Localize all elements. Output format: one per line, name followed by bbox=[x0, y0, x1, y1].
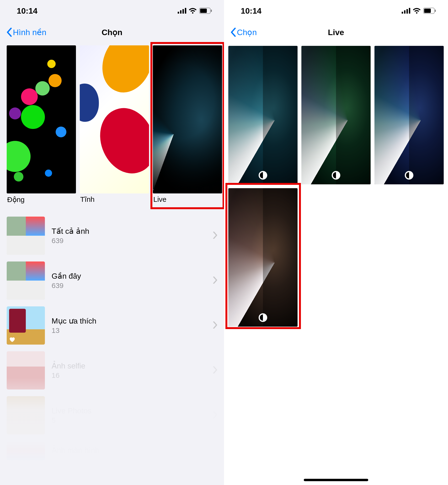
album-list: Tất cả ảnh 639 Gần đây 639 Mục ưa thích bbox=[0, 213, 224, 463]
svg-rect-6 bbox=[211, 9, 212, 12]
album-thumbnail bbox=[7, 306, 45, 345]
category-thumbnail bbox=[80, 45, 149, 193]
album-count: 13 bbox=[52, 326, 206, 334]
album-title: Mục ưa thích bbox=[52, 316, 206, 326]
phone-screen-live: 10:14 Chọn Live bbox=[224, 0, 448, 485]
category-label: Tĩnh bbox=[80, 195, 149, 203]
dark-light-appearance-icon bbox=[259, 171, 267, 180]
album-thumbnail bbox=[7, 262, 45, 300]
svg-rect-13 bbox=[435, 9, 436, 12]
wallpaper-category-row: Động Tĩnh Live bbox=[0, 43, 224, 204]
album-row-favorites[interactable]: Mục ưa thích 13 bbox=[0, 303, 224, 348]
album-thumbnail bbox=[7, 396, 45, 434]
album-row-screenshots[interactable]: Ảnh màn hình bbox=[0, 438, 224, 463]
back-button[interactable]: Chọn bbox=[231, 27, 257, 37]
album-count: 639 bbox=[52, 282, 206, 290]
status-indicators bbox=[402, 8, 436, 14]
wifi-icon bbox=[413, 8, 421, 14]
category-live[interactable]: Live bbox=[153, 45, 222, 204]
live-wallpaper-teal[interactable] bbox=[228, 46, 297, 184]
phone-screen-choose: 10:14 Hình nền Chọn bbox=[0, 0, 224, 485]
svg-rect-3 bbox=[185, 8, 186, 14]
chevron-right-icon bbox=[213, 232, 217, 240]
category-dynamic[interactable]: Động bbox=[7, 45, 76, 204]
live-wallpaper-bronze[interactable] bbox=[228, 188, 297, 327]
battery-icon bbox=[423, 8, 436, 14]
svg-rect-0 bbox=[178, 12, 179, 14]
album-row-recents[interactable]: Gần đây 639 bbox=[0, 258, 224, 303]
category-thumbnail bbox=[153, 45, 222, 193]
svg-rect-2 bbox=[183, 9, 184, 14]
album-thumbnail bbox=[7, 217, 45, 255]
chevron-right-icon bbox=[213, 277, 217, 285]
dark-light-appearance-icon bbox=[405, 171, 413, 180]
album-title: Tất cả ảnh bbox=[52, 227, 206, 236]
status-bar: 10:14 bbox=[224, 0, 448, 22]
status-time: 10:14 bbox=[17, 6, 38, 16]
live-wallpaper-green[interactable] bbox=[301, 46, 371, 184]
chevron-right-icon bbox=[213, 366, 217, 374]
album-title: Gần đây bbox=[52, 271, 206, 281]
cellular-signal-icon bbox=[178, 8, 186, 14]
album-row-live-photos[interactable]: Live Photos 5 bbox=[0, 393, 224, 438]
nav-bar: Hình nền Chọn bbox=[0, 22, 224, 43]
status-time: 10:14 bbox=[241, 6, 262, 16]
back-label: Chọn bbox=[237, 27, 257, 37]
svg-rect-5 bbox=[200, 8, 207, 13]
category-still[interactable]: Tĩnh bbox=[80, 45, 149, 204]
live-wallpaper-blue[interactable] bbox=[375, 46, 444, 184]
home-indicator[interactable] bbox=[304, 479, 368, 481]
dark-light-appearance-icon bbox=[259, 313, 267, 322]
album-row-all-photos[interactable]: Tất cả ảnh 639 bbox=[0, 213, 224, 258]
wifi-icon bbox=[189, 8, 197, 14]
album-title: Ảnh màn hình bbox=[52, 445, 217, 455]
album-thumbnail bbox=[7, 441, 45, 460]
album-title: Ảnh selfie bbox=[52, 361, 206, 370]
chevron-left-icon bbox=[7, 28, 12, 37]
svg-rect-8 bbox=[404, 10, 406, 14]
svg-rect-12 bbox=[424, 8, 431, 13]
page-title: Chọn bbox=[102, 27, 122, 37]
svg-rect-1 bbox=[180, 10, 182, 14]
status-bar: 10:14 bbox=[0, 0, 224, 22]
category-label: Động bbox=[7, 195, 76, 204]
chevron-right-icon bbox=[213, 411, 217, 419]
category-label: Live bbox=[153, 195, 222, 203]
album-thumbnail bbox=[7, 351, 45, 390]
album-count: 16 bbox=[52, 371, 206, 380]
back-label: Hình nền bbox=[13, 27, 46, 37]
back-button[interactable]: Hình nền bbox=[7, 27, 46, 37]
chevron-right-icon bbox=[213, 321, 217, 330]
svg-rect-7 bbox=[402, 12, 403, 14]
album-title: Live Photos bbox=[52, 406, 206, 415]
category-thumbnail bbox=[7, 45, 76, 193]
svg-rect-10 bbox=[409, 8, 410, 14]
nav-bar: Chọn Live bbox=[224, 22, 448, 43]
status-indicators bbox=[178, 8, 212, 14]
battery-icon bbox=[199, 8, 212, 14]
album-count: 639 bbox=[52, 237, 206, 245]
album-row-selfies[interactable]: Ảnh selfie 16 bbox=[0, 348, 224, 393]
dark-light-appearance-icon bbox=[332, 171, 340, 180]
chevron-left-icon bbox=[231, 28, 236, 37]
heart-icon bbox=[8, 336, 15, 343]
page-title: Live bbox=[328, 28, 344, 37]
live-wallpaper-grid bbox=[224, 43, 448, 330]
album-count: 5 bbox=[52, 416, 206, 424]
svg-rect-9 bbox=[407, 9, 408, 14]
cellular-signal-icon bbox=[402, 8, 410, 14]
